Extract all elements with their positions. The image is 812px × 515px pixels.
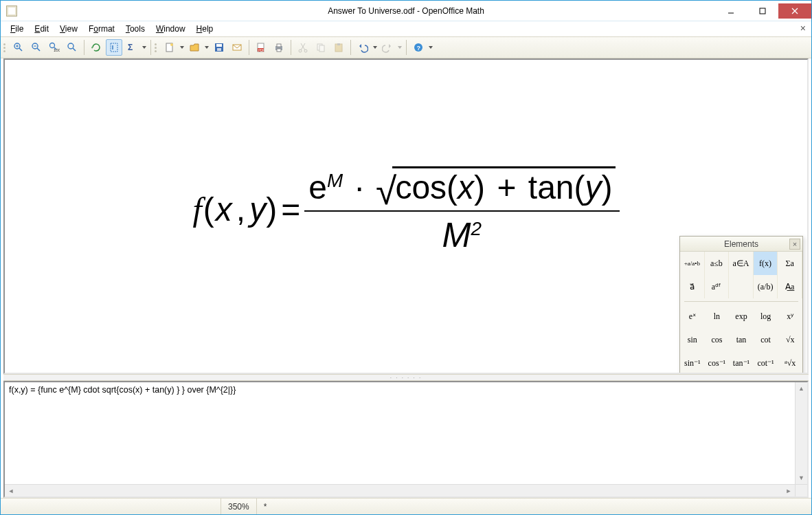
svg-rect-22 — [216, 44, 222, 47]
svg-point-20 — [170, 43, 173, 46]
fn-exp[interactable]: exp — [729, 305, 754, 328]
fn-asin[interactable]: sin⁻¹ — [680, 351, 705, 374]
save-button[interactable] — [211, 39, 227, 56]
svg-point-14 — [68, 43, 74, 49]
palette-divider — [684, 301, 798, 302]
maximize-button[interactable] — [747, 3, 778, 19]
svg-text:Σ: Σ — [128, 43, 133, 52]
fn-nroot[interactable]: ⁿ√x — [778, 351, 802, 374]
code-editor[interactable]: f(x,y) = {func e^{M} cdot sqrt{cos(x) + … — [3, 381, 809, 498]
help-button[interactable]: ? — [410, 39, 427, 56]
status-zoom[interactable]: 350% — [221, 498, 256, 514]
cat-operators[interactable]: Σa — [778, 252, 802, 275]
code-text[interactable]: f(x,y) = {func e^{M} cdot sqrt{cos(x) + … — [9, 385, 236, 395]
zoom-100-button[interactable]: 100 — [46, 39, 63, 56]
cat-empty — [729, 275, 754, 298]
vscrollbar[interactable]: ▲ ▼ — [795, 382, 807, 484]
mail-button[interactable] — [229, 39, 245, 56]
fn-cos[interactable]: cos — [705, 328, 730, 351]
new-button[interactable] — [161, 39, 178, 56]
redo-button[interactable] — [379, 39, 396, 56]
app-icon — [6, 6, 17, 17]
menubar: File Edit View Format Tools Window Help … — [1, 21, 811, 36]
sqrt-icon: √ — [376, 169, 396, 212]
open-dropdown[interactable] — [204, 46, 210, 49]
menu-view[interactable]: View — [54, 23, 83, 35]
formula-f: f — [193, 190, 202, 228]
menu-help[interactable]: Help — [191, 23, 219, 35]
svg-point-32 — [304, 50, 307, 52]
zoom-in-button[interactable] — [10, 39, 27, 56]
fn-cot[interactable]: cot — [754, 328, 778, 351]
fn-atan[interactable]: tan⁻¹ — [729, 351, 754, 374]
svg-rect-30 — [277, 49, 281, 52]
minimize-button[interactable] — [715, 3, 747, 19]
fn-tan[interactable]: tan — [729, 328, 754, 351]
new-dropdown[interactable] — [179, 46, 185, 49]
cat-attributes[interactable]: a⃗ — [680, 275, 705, 298]
cat-others[interactable]: aᵈᶠ — [705, 275, 730, 298]
cat-set[interactable]: a∈A — [729, 252, 754, 275]
toolbar-overflow-2[interactable] — [428, 46, 433, 49]
open-button[interactable] — [186, 39, 203, 56]
palette-title[interactable]: Elements × — [680, 237, 802, 252]
undo-button[interactable] — [354, 39, 371, 56]
formula-view[interactable]: f ( x , y ) = eM · √ cos(x) + tan(y) — [3, 58, 809, 374]
fn-ex[interactable]: eˣ — [680, 305, 705, 328]
menu-file[interactable]: File — [5, 23, 29, 35]
menu-tools[interactable]: Tools — [120, 23, 150, 35]
svg-rect-1 — [760, 8, 765, 14]
fn-acos[interactable]: cos⁻¹ — [705, 351, 730, 374]
cat-brackets[interactable]: (a/b) — [754, 275, 778, 298]
palette-close-icon[interactable]: × — [789, 239, 800, 250]
svg-rect-34 — [319, 45, 324, 52]
fn-ln[interactable]: ln — [705, 305, 730, 328]
splitter[interactable]: · · · · · · — [3, 374, 809, 381]
titlebar: Answer To Universe.odf - OpenOffice Math — [1, 1, 811, 21]
paste-button[interactable] — [330, 39, 347, 56]
cat-unary[interactable]: +a/a•b — [680, 252, 705, 275]
cut-button[interactable] — [295, 39, 311, 56]
fn-xy[interactable]: xʸ — [778, 305, 802, 328]
toolbar-overflow-1[interactable] — [142, 46, 147, 49]
cat-functions[interactable]: f(x) — [754, 252, 778, 275]
svg-line-5 — [19, 48, 22, 51]
pdf-button[interactable]: PDF — [253, 39, 269, 56]
svg-point-11 — [50, 43, 55, 48]
elements-palette[interactable]: Elements × +a/a•b a≤b a∈A f(x) Σa a⃗ aᵈᶠ… — [679, 236, 803, 374]
scroll-left-icon[interactable]: ◄ — [5, 485, 17, 496]
fn-sqrt[interactable]: √x — [778, 328, 802, 351]
zoom-all-button[interactable] — [64, 39, 80, 56]
fn-log[interactable]: log — [754, 305, 778, 328]
refresh-button[interactable] — [88, 39, 104, 56]
hscrollbar[interactable]: ◄ ► — [5, 484, 807, 496]
doc-close-icon[interactable]: × — [800, 23, 806, 34]
scroll-right-icon[interactable]: ► — [782, 485, 795, 496]
menu-format[interactable]: Format — [83, 23, 120, 35]
zoom-out-button[interactable] — [28, 39, 45, 56]
svg-text:100: 100 — [54, 48, 60, 52]
menu-edit[interactable]: Edit — [29, 23, 54, 35]
svg-rect-29 — [277, 44, 281, 47]
cat-formats[interactable]: A͟a — [778, 275, 802, 298]
svg-rect-16 — [111, 43, 117, 52]
undo-dropdown[interactable] — [372, 46, 378, 49]
toolbar-grip-2[interactable] — [155, 41, 159, 54]
close-button[interactable] — [778, 3, 811, 19]
toolbar-grip[interactable] — [3, 41, 8, 54]
menu-window[interactable]: Window — [150, 23, 191, 35]
svg-line-15 — [73, 48, 76, 51]
cat-relations[interactable]: a≤b — [705, 252, 730, 275]
scroll-up-icon[interactable]: ▲ — [796, 382, 807, 395]
print-button[interactable] — [271, 39, 287, 56]
fn-sin[interactable]: sin — [680, 328, 705, 351]
svg-text:PDF: PDF — [258, 49, 264, 52]
fraction-line — [304, 210, 619, 211]
fn-acot[interactable]: cot⁻¹ — [754, 351, 778, 374]
copy-button[interactable] — [313, 39, 329, 56]
scroll-down-icon[interactable]: ▼ — [796, 472, 807, 484]
window-title: Answer To Universe.odf - OpenOffice Math — [1, 6, 811, 16]
cursor-button[interactable] — [106, 39, 122, 56]
redo-dropdown[interactable] — [397, 46, 403, 49]
elements-button[interactable]: Σ — [124, 39, 140, 56]
